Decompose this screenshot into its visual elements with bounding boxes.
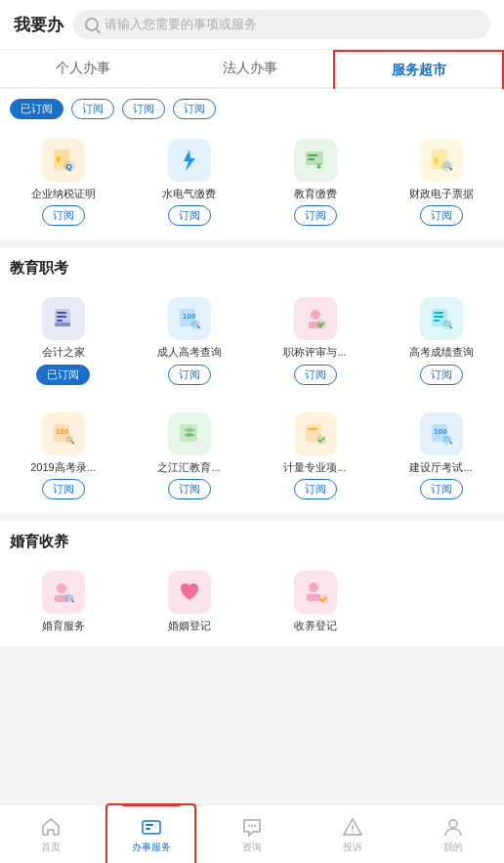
subscribe-tag-1[interactable]: 订阅 xyxy=(71,99,114,119)
nav-complaint[interactable]: 投诉 xyxy=(303,805,403,863)
subscribe-gaokao2019[interactable]: 订阅 xyxy=(42,479,85,499)
utility-icon xyxy=(168,139,211,182)
subscribe-utility[interactable]: 订阅 xyxy=(168,205,211,226)
svg-point-55 xyxy=(254,825,256,827)
service-name-gaokao-score: 高考成绩查询 xyxy=(409,345,474,359)
subscribe-adult-exam[interactable]: 订阅 xyxy=(168,365,211,385)
edu-grid-row2: 100 🔍 2019高考录... 订阅 之江汇教育... 订阅 xyxy=(0,399,504,513)
service-item-utility: 水电气缴费 订阅 xyxy=(126,131,252,234)
service-name-receipt: 财政电子票据 xyxy=(409,187,474,200)
construction-exam-icon: 100 🔍 xyxy=(420,412,463,455)
marriage-3-icon xyxy=(294,571,337,614)
svg-rect-52 xyxy=(146,828,150,830)
service-item-zhijiang: 之江汇教育... 订阅 xyxy=(126,405,252,507)
svg-text:🔍: 🔍 xyxy=(444,436,453,445)
svg-rect-48 xyxy=(307,594,320,601)
nav-consult-label: 资询 xyxy=(242,841,262,854)
svg-text:🔍: 🔍 xyxy=(192,321,201,329)
marriage-grid: 🔍 婚育服务 婚姻登记 收养 xyxy=(0,557,504,646)
separator-2 xyxy=(0,513,504,521)
measure-icon xyxy=(294,412,337,455)
svg-rect-27 xyxy=(434,316,443,318)
subscribe-receipt[interactable]: 订阅 xyxy=(420,205,463,226)
svg-text:🔍: 🔍 xyxy=(444,162,453,171)
service-name-zhijiang: 之江汇教育... xyxy=(157,460,220,474)
nav-work-label: 办事服务 xyxy=(132,841,171,854)
svg-text:¥: ¥ xyxy=(316,161,321,171)
top-subscribe-row: 已订阅 订阅 订阅 订阅 xyxy=(0,89,504,125)
subscribe-tag-0[interactable]: 已订阅 xyxy=(10,99,63,119)
service-name-tax: 企业纳税证明 xyxy=(31,187,96,200)
service-name-accounting: 会计之家 xyxy=(42,345,85,359)
service-item-accounting: 会计之家 已订阅 xyxy=(0,289,126,392)
tab-personal[interactable]: 个人办事 xyxy=(0,50,167,87)
service-name-edu-pay: 教育缴费 xyxy=(294,187,337,200)
service-item-adult-exam: 100 🔍 成人高考查询 订阅 xyxy=(126,289,252,392)
nav-home[interactable]: 首页 xyxy=(0,805,101,863)
svg-rect-6 xyxy=(308,154,317,156)
svg-rect-26 xyxy=(434,312,443,314)
service-name-construction-exam: 建设厅考试... xyxy=(409,460,472,474)
svg-point-53 xyxy=(248,825,250,827)
service-name-marriage-1: 婚育服务 xyxy=(42,619,85,632)
gaokao-score-icon: 🔍 xyxy=(420,297,463,340)
svg-text:100: 100 xyxy=(56,427,69,436)
marriage-1-icon: 🔍 xyxy=(42,571,85,614)
chat-icon xyxy=(240,815,264,839)
svg-rect-7 xyxy=(308,158,315,160)
subscribe-title-review[interactable]: 订阅 xyxy=(294,365,337,385)
svg-rect-28 xyxy=(434,320,440,322)
service-name-utility: 水电气缴费 xyxy=(162,187,216,200)
subscribe-zhijiang[interactable]: 订阅 xyxy=(168,479,211,499)
svg-rect-51 xyxy=(146,824,153,826)
subscribe-tax[interactable]: 订阅 xyxy=(42,205,85,226)
tabs-bar: 个人办事 法人办事 服务超市 xyxy=(0,50,504,89)
svg-rect-35 xyxy=(180,424,197,442)
adult-exam-icon: 100 🔍 xyxy=(168,297,211,340)
nav-home-label: 首页 xyxy=(41,841,61,854)
marriage-2-icon xyxy=(168,571,211,614)
separator-1 xyxy=(0,239,504,247)
nav-active-indicator xyxy=(122,803,181,806)
service-item-measure: 计量专业项... 订阅 xyxy=(252,405,378,507)
marriage-section-title: 婚育收养 xyxy=(0,521,504,557)
nav-mine-label: 我的 xyxy=(443,841,463,854)
svg-point-22 xyxy=(311,310,320,320)
svg-point-57 xyxy=(352,831,354,833)
service-item-edu-pay: ¥ 教育缴费 订阅 xyxy=(252,131,378,234)
work-icon xyxy=(140,815,163,839)
svg-text:🔍: 🔍 xyxy=(444,321,453,329)
nav-mine[interactable]: 我的 xyxy=(403,805,504,863)
service-item-tax: ¥ Q 企业纳税证明 订阅 xyxy=(0,131,126,234)
tab-market[interactable]: 服务超市 xyxy=(333,50,504,89)
tab-legal[interactable]: 法人办事 xyxy=(167,50,334,87)
nav-work[interactable]: 办事服务 xyxy=(101,805,201,863)
svg-rect-16 xyxy=(57,320,63,322)
search-bar[interactable]: 请输入您需要的事项或服务 xyxy=(73,10,490,39)
svg-text:Q: Q xyxy=(65,162,71,171)
subscribe-tag-3[interactable]: 订阅 xyxy=(173,99,216,119)
alert-icon xyxy=(341,815,364,839)
service-item-placeholder xyxy=(378,563,504,640)
subscribe-measure[interactable]: 订阅 xyxy=(294,479,337,499)
content-area: 已订阅 订阅 订阅 订阅 ¥ Q 企业纳税证明 订阅 xyxy=(0,89,504,705)
service-name-gaokao2019: 2019高考录... xyxy=(30,460,96,474)
subscribe-edu-pay[interactable]: 订阅 xyxy=(294,205,337,226)
svg-text:¥: ¥ xyxy=(434,155,439,165)
svg-rect-50 xyxy=(143,821,160,834)
svg-rect-38 xyxy=(308,428,317,430)
nav-complaint-label: 投诉 xyxy=(343,841,362,854)
subscribe-tag-2[interactable]: 订阅 xyxy=(122,99,165,119)
nav-consult[interactable]: 资询 xyxy=(201,805,302,863)
svg-text:100: 100 xyxy=(183,312,196,321)
svg-rect-56 xyxy=(352,825,354,830)
service-name-marriage-3: 收养登记 xyxy=(294,619,337,632)
svg-marker-4 xyxy=(184,150,195,171)
tax-icon: ¥ Q xyxy=(42,139,85,182)
edu-grid-row1: 会计之家 已订阅 100 🔍 成人高考查询 订阅 xyxy=(0,283,504,398)
subscribe-accounting[interactable]: 已订阅 xyxy=(36,365,90,385)
gaokao2019-icon: 100 🔍 xyxy=(42,412,85,455)
service-item-gaokao2019: 100 🔍 2019高考录... 订阅 xyxy=(0,405,126,507)
subscribe-gaokao-score[interactable]: 订阅 xyxy=(420,365,463,385)
subscribe-construction-exam[interactable]: 订阅 xyxy=(420,479,463,499)
